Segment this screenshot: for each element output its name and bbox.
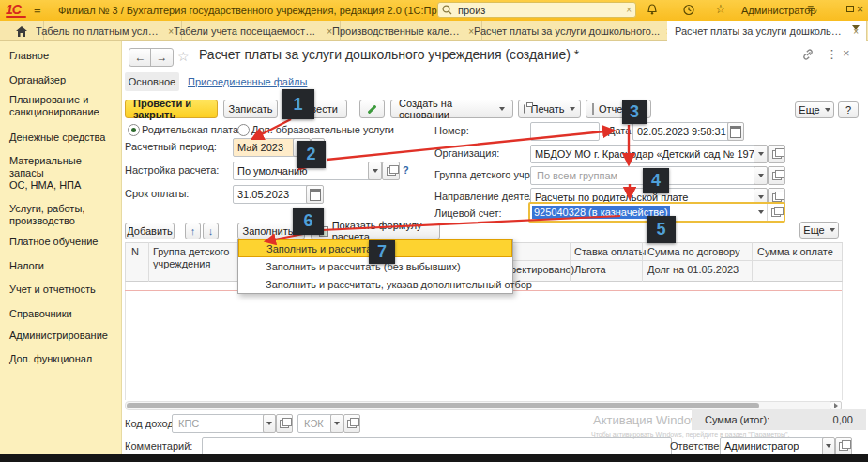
date-label: Дата: (608, 125, 633, 136)
account-label: Лицевой счет: (434, 208, 502, 219)
notifications-bell-icon[interactable] (646, 3, 659, 17)
tab-raschet-platy-2-active[interactable]: Расчет платы за услуги дошкольного... × (667, 21, 867, 41)
sidebar-item-planirovanie[interactable]: Планирование и санкционирование (9, 94, 116, 118)
tabs-overflow-icon[interactable] (852, 25, 860, 30)
col-rate[interactable]: Ставка оплаты (574, 246, 646, 257)
move-up-button[interactable]: ↑ (185, 223, 201, 239)
col-n[interactable]: N (131, 246, 139, 257)
favorite-star-icon[interactable]: ☆ (177, 49, 190, 64)
table-more-button[interactable]: Еще (799, 222, 839, 239)
col-group-line1[interactable]: Группа детского (153, 246, 229, 257)
radio-edu-services[interactable] (237, 124, 250, 136)
radio-parent-fee[interactable] (128, 124, 140, 136)
sidebar-item-glavnoe[interactable]: Главное (9, 50, 116, 62)
table-body-empty[interactable] (125, 282, 843, 400)
group-open-button[interactable] (768, 166, 785, 185)
kps-open-button[interactable] (276, 414, 293, 433)
col-contract-sub[interactable]: Долг на 01.05.2023 (647, 264, 739, 275)
nav-forward-button[interactable]: → (150, 48, 174, 67)
sidebar-item-nalogi[interactable]: Налоги (9, 260, 116, 272)
search-clear-icon[interactable]: × (626, 5, 632, 15)
callout-5: 5 (647, 216, 676, 243)
comment-input[interactable] (206, 439, 667, 453)
help-button[interactable]: ? (838, 101, 859, 118)
responsible-field[interactable]: Администратор (720, 437, 830, 455)
kps-dropdown[interactable] (263, 414, 276, 433)
menu-item-fill-calculate-filter[interactable]: Заполнить и рассчитать, указав дополните… (238, 275, 512, 293)
date-calendar-button[interactable] (727, 122, 744, 141)
search-input[interactable] (456, 4, 626, 17)
org-open-button[interactable] (768, 145, 785, 163)
form-more-button[interactable]: Еще (795, 101, 834, 118)
sidebar-item-os-nma-npa[interactable]: ОС, НМА, НПА (9, 179, 116, 192)
due-calendar-button[interactable] (306, 185, 324, 204)
global-search[interactable]: × (437, 2, 636, 18)
responsible-open-button[interactable] (835, 437, 852, 455)
more-actions-icon[interactable]: ⋮ (826, 47, 838, 61)
col-contract[interactable]: Сумма по договору (647, 246, 740, 257)
sidebar-item-materialnye-zapasy[interactable]: Материальные запасы (9, 155, 116, 179)
window-restore-icon[interactable] (846, 6, 854, 12)
period-field[interactable]: Май 2023 (233, 138, 301, 157)
sidebar-item-platnoe-obuchenie[interactable]: Платное обучение (9, 236, 116, 248)
col-group-line2: учреждения (153, 258, 210, 270)
kps-input[interactable] (176, 417, 266, 430)
org-dropdown[interactable] (754, 145, 768, 163)
account-dropdown[interactable] (754, 204, 767, 221)
kek-dropdown[interactable] (330, 414, 343, 433)
move-down-button[interactable]: ↓ (203, 223, 219, 239)
number-field[interactable] (530, 122, 600, 141)
comment-field[interactable] (202, 437, 672, 455)
kek-open-button[interactable] (343, 414, 360, 433)
sidebar-item-organajzer[interactable]: Органайзер (9, 74, 116, 86)
due-field[interactable]: 31.05.2023 (233, 185, 314, 204)
tab-osnovnoe[interactable]: Основное (125, 72, 179, 91)
show-formula-button[interactable]: Показать формулу расчета (311, 223, 440, 239)
org-field[interactable]: МБДОУ МО г. Краснодар «Детский сад № 197… (530, 145, 761, 163)
responsible-dropdown[interactable] (822, 437, 835, 455)
service-settings-icon[interactable]: ≡˅ (807, 2, 817, 15)
favorites-star-icon[interactable]: ☆ (715, 2, 726, 16)
callout-7: 7 (369, 240, 395, 264)
tab-tabel-platnye[interactable]: Табель по платным услугам × (28, 21, 182, 41)
date-field[interactable]: 02.05.2023 9:58:31 (632, 122, 736, 141)
sidebar-item-uslugi-raboty[interactable]: Услуги, работы, производство (9, 203, 116, 227)
window-minimize-icon[interactable]: – (831, 1, 838, 14)
sidebar-item-denezhnye-sredstva[interactable]: Денежные средства (9, 131, 116, 144)
more-label: Еще (799, 104, 819, 116)
add-row-button[interactable]: Добавить (125, 223, 175, 239)
create-based-on-button[interactable]: Создать на основании (390, 100, 513, 118)
calc-setting-help[interactable]: ? (403, 164, 409, 176)
account-open-button[interactable] (767, 204, 784, 221)
sidebar-item-uchet-otchetnost[interactable]: Учет и отчетность (9, 284, 116, 296)
number-input[interactable] (535, 125, 595, 138)
group-dropdown[interactable] (754, 166, 768, 185)
document-close-icon[interactable]: × (843, 46, 850, 60)
current-user[interactable]: Администратор (741, 5, 815, 16)
period-value: Май 2023 (237, 142, 283, 153)
nav-back-button[interactable]: ← (129, 48, 152, 67)
tab-prisoedinennye-fajly[interactable]: Присоединенные файлы (188, 76, 307, 87)
write-button[interactable]: Записать (223, 100, 278, 118)
tab-tabeli-poseshchaemosti[interactable]: Табели учета посещаемости детей × (166, 21, 341, 41)
calc-setting-dropdown[interactable] (368, 162, 382, 180)
tab-proizvodstvennye-kalendari[interactable]: Производственные календари × (325, 21, 482, 41)
main-menu-icon[interactable]: ≡ (34, 3, 41, 17)
calc-setting-open-button[interactable] (382, 162, 400, 180)
sidebar-item-administrirovanie[interactable]: Администрирование (9, 330, 116, 342)
kek-input[interactable] (302, 417, 334, 430)
print-button[interactable]: Печать (518, 100, 581, 118)
get-link-icon[interactable] (801, 48, 815, 61)
tab-raschet-platy-1[interactable]: Расчет платы за услуги дошкольного... × (466, 21, 683, 41)
col-rate-sub[interactable]: Льгота (574, 264, 606, 275)
callout-3: 3 (622, 100, 647, 124)
post-and-close-button[interactable]: Провести и закрыть (125, 100, 218, 118)
kps-field[interactable] (172, 414, 271, 433)
col-topay[interactable]: Сумма к оплате (757, 246, 833, 257)
history-clock-icon[interactable] (682, 3, 695, 17)
scrollbar-thumb[interactable] (127, 403, 759, 408)
sidebar-item-spravochniki[interactable]: Справочники (9, 308, 116, 320)
edit-pen-button[interactable] (359, 100, 385, 118)
window-close-icon[interactable]: × (857, 3, 863, 16)
sidebar-item-dop-funkcional[interactable]: Доп. функционал (9, 353, 116, 365)
